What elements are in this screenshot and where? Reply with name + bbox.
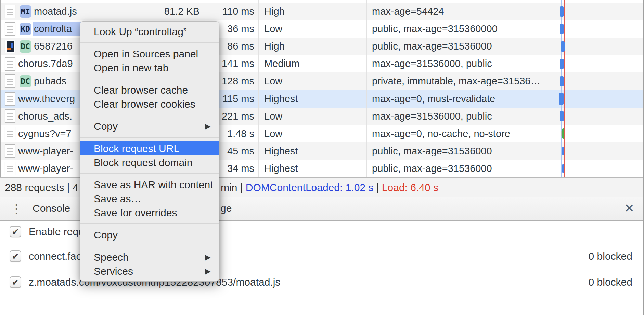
cell-waterfall [558, 160, 644, 177]
menu-separator [80, 137, 219, 138]
document-file-icon [5, 92, 15, 106]
cell-size: 81.2 KB [123, 6, 204, 17]
initiator-badge: DC [20, 40, 31, 53]
menu-item-label: Block request URL [94, 143, 179, 154]
cell-cache-control: private, immutable, max-age=31536… [367, 76, 558, 87]
blocked-pattern-checkbox[interactable]: ✔ [10, 250, 21, 262]
cell-name: MImoatad.js [0, 5, 123, 18]
more-tools-kebab-icon[interactable]: ⋮ [10, 202, 23, 216]
summary-domcontentloaded: DOMContentLoaded: 1.02 s [246, 182, 374, 193]
cell-cache-control: max-age=54424 [367, 6, 558, 17]
request-name: chorus.7da9 [18, 58, 73, 69]
cell-cache-control: public, max-age=31536000 [367, 146, 558, 157]
image-thumb-blue [11, 43, 13, 48]
cell-priority: Low [259, 76, 367, 87]
cell-priority: Highest [259, 163, 367, 174]
menu-item-open-in-new-tab[interactable]: Open in new tab [80, 61, 219, 75]
request-name: www-player- [18, 146, 73, 157]
menu-item-block-request-url[interactable]: Block request URL [80, 141, 219, 155]
cell-priority: Low [259, 111, 367, 122]
request-name: cygnus?v=7 [18, 128, 72, 139]
cell-priority: High [259, 6, 367, 17]
document-file-icon [5, 5, 15, 18]
menu-separator [80, 173, 219, 174]
panel-left-border [0, 0, 1, 177]
tab-console[interactable]: Console [33, 197, 70, 219]
summary-finish-fragment: min | [221, 182, 246, 193]
menu-item-block-request-domain[interactable]: Block request domain [80, 155, 219, 169]
menu-separator [80, 42, 219, 43]
menu-separator [80, 246, 219, 246]
menu-item-open-in-sources-panel[interactable]: Open in Sources panel [80, 47, 219, 61]
menu-item-label: Save as… [94, 193, 141, 204]
cell-waterfall [558, 3, 644, 20]
submenu-arrow-icon: ▶ [205, 250, 211, 264]
cell-cache-control: public, max-age=31536000 [367, 41, 558, 52]
cell-priority: Highest [259, 146, 367, 157]
menu-separator [80, 115, 219, 115]
menu-item-clear-browser-cookies[interactable]: Clear browser cookies [80, 97, 219, 111]
initiator-badge: KD [20, 23, 31, 35]
menu-item-label: Clear browser cache [94, 84, 188, 96]
menu-item-speech[interactable]: Speech▶ [80, 250, 219, 264]
image-file-icon [5, 40, 15, 53]
menu-item-label: Open in new tab [94, 62, 168, 73]
document-file-icon [5, 109, 15, 123]
waterfall-bar [560, 24, 564, 34]
initiator-badge: DC [20, 75, 31, 87]
menu-item-save-as[interactable]: Save as… [80, 192, 219, 206]
network-request-row[interactable]: MImoatad.js81.2 KB110 msHighmax-age=5442… [0, 3, 644, 20]
cell-cache-control: max-age=0, no-cache, no-store [367, 128, 558, 139]
menu-item-label: Services [94, 265, 133, 277]
cell-cache-control: max-age=31536000, public [367, 58, 558, 69]
col-divider-waterfall [557, 0, 557, 177]
menu-separator [80, 223, 219, 224]
cell-waterfall [558, 38, 644, 55]
close-drawer-icon[interactable]: ✕ [624, 197, 634, 219]
devtools-window: MImoatad.js81.2 KB110 msHighmax-age=5442… [0, 0, 644, 315]
tab-request-blocking-partial[interactable]: ge [220, 197, 232, 219]
menu-item-copy[interactable]: Copy [80, 228, 219, 242]
enable-request-blocking-checkbox[interactable]: ✔ [10, 226, 21, 237]
cell-priority: Low [259, 128, 367, 139]
request-name: 6587216 [34, 41, 73, 52]
request-name: moatad.js [34, 6, 77, 17]
waterfall-bar [562, 164, 564, 173]
summary-load: Load: 6.40 s [382, 182, 438, 193]
blocked-pattern-checkbox[interactable]: ✔ [10, 276, 21, 288]
menu-separator [80, 79, 219, 79]
cell-waterfall [558, 108, 644, 125]
cell-waterfall [558, 55, 644, 72]
waterfall-bar [562, 128, 564, 139]
menu-item-clear-browser-cache[interactable]: Clear browser cache [80, 83, 219, 97]
cell-waterfall [558, 20, 644, 38]
menu-item-look-up-controltag[interactable]: Look Up “controltag” [80, 25, 219, 39]
menu-item-label: Save for overrides [94, 207, 177, 218]
submenu-arrow-icon: ▶ [205, 119, 211, 133]
waterfall-bar [560, 59, 564, 69]
menu-item-label: Look Up “controltag” [94, 26, 187, 37]
menu-item-services[interactable]: Services▶ [80, 264, 219, 278]
col-divider-time-priority [258, 0, 259, 177]
enable-request-blocking-label: Enable requ [29, 226, 84, 237]
cell-cache-control: max-age=0, must-revalidate [367, 93, 558, 105]
menu-item-save-as-har-with-content[interactable]: Save as HAR with content [80, 178, 219, 192]
submenu-arrow-icon: ▶ [205, 264, 211, 278]
waterfall-bar [560, 6, 564, 17]
menu-item-label: Speech [94, 251, 129, 263]
waterfall-bar [560, 111, 564, 121]
cell-waterfall [558, 90, 644, 107]
summary-right-text: min | DOMContentLoaded: 1.02 s | Load: 6… [221, 178, 438, 197]
context-menu: Look Up “controltag”Open in Sources pane… [80, 21, 219, 282]
menu-item-copy[interactable]: Copy▶ [80, 119, 219, 133]
cell-priority: High [259, 41, 367, 52]
document-file-icon [5, 162, 15, 175]
cell-priority: Low [259, 23, 367, 35]
waterfall-bar [560, 76, 564, 86]
menu-item-save-for-overrides[interactable]: Save for overrides [80, 206, 219, 220]
cell-priority: Medium [259, 58, 367, 69]
summary-pipe: | [373, 182, 382, 193]
cell-cache-control: public, max-age=315360000 [367, 23, 558, 35]
cell-priority: Highest [259, 93, 367, 105]
cell-waterfall [558, 72, 644, 90]
